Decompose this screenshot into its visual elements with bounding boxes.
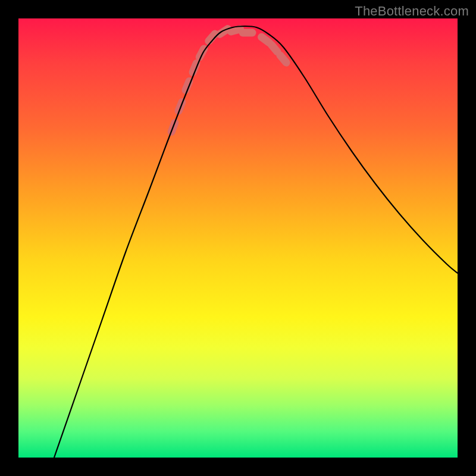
chart-svg [18, 18, 458, 458]
chart-frame: TheBottleneck.com [0, 0, 476, 476]
curve-marker [280, 55, 286, 62]
watermark-text: TheBottleneck.com [355, 4, 469, 19]
curve-marker [262, 37, 270, 42]
plot-area [18, 18, 458, 458]
marker-layer [171, 29, 286, 132]
bottleneck-curve [54, 26, 458, 458]
curve-marker [209, 34, 215, 41]
curve-marker [271, 45, 277, 52]
curve-marker [231, 29, 240, 32]
